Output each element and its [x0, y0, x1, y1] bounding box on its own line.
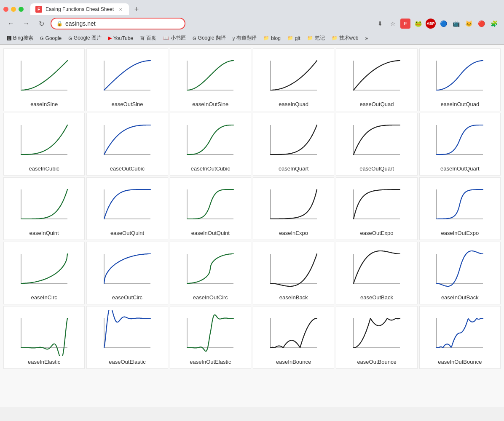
easing-card-easeInQuint[interactable]: easeInQuint [3, 177, 85, 240]
easing-card-easeOutCubic[interactable]: easeOutCubic [86, 113, 168, 176]
download-icon[interactable]: ⬇ [375, 19, 385, 29]
google-translate-favicon: G [193, 36, 196, 41]
bookmark-icon[interactable]: ☆ [388, 19, 398, 29]
toolbar-icons: ⬇ ☆ F 🐸 ABP 🔵 📺 🐱 🔴 🧩 [375, 19, 499, 29]
easing-label: easeOutElastic [109, 359, 145, 365]
easing-card-easeInOutExpo[interactable]: easeInOutExpo [419, 177, 501, 240]
easing-card-easeInBack[interactable]: easeInBack [253, 242, 334, 304]
google-favicon: G [40, 36, 44, 41]
bookmark-label: Google 图片 [74, 35, 102, 42]
bookmark-label: 笔记 [315, 35, 325, 42]
easing-card-easeInCubic[interactable]: easeInCubic [3, 113, 85, 176]
bookmark-tech-web[interactable]: 📁 技术web [330, 34, 360, 43]
easing-card-easeInOutBounce[interactable]: easeInOutBounce [419, 306, 501, 369]
easing-label: easeInOutQuart [440, 165, 480, 172]
extension-icon-4[interactable]: 📺 [451, 19, 461, 29]
bookmark-label: blog [271, 35, 281, 41]
easing-card-easeOutExpo[interactable]: easeOutExpo [336, 177, 417, 240]
easing-card-easeOutSine[interactable]: easeOutSine [86, 48, 168, 111]
easing-label: easeInBack [279, 294, 308, 301]
easing-card-easeInQuart[interactable]: easeInQuart [253, 113, 334, 176]
easing-card-easeOutBounce[interactable]: easeOutBounce [336, 306, 417, 369]
extension-icon-5[interactable]: 🐱 [464, 19, 474, 29]
bookmark-youdao[interactable]: y 有道翻译 [231, 34, 259, 43]
bookmark-blog[interactable]: 📁 blog [262, 35, 282, 42]
extension-icon-1[interactable]: F [400, 19, 410, 29]
easing-card-easeInOutSine[interactable]: easeInOutSine [170, 48, 251, 111]
minimize-button[interactable] [11, 7, 16, 12]
close-button[interactable] [3, 7, 8, 12]
bookmark-bing[interactable]: 🅱 Bing搜索 [5, 34, 35, 43]
easing-label: easeInOutSine [192, 101, 228, 107]
reload-button[interactable]: ↻ [35, 18, 47, 29]
easing-card-easeInOutBack[interactable]: easeInOutBack [419, 242, 501, 304]
easing-card-easeInOutQuad[interactable]: easeInOutQuad [419, 48, 501, 111]
extension-icon-7[interactable]: 🧩 [489, 19, 499, 29]
easing-card-easeOutBack[interactable]: easeOutBack [336, 242, 417, 304]
easing-label: easeInSine [30, 101, 58, 107]
google-images-favicon: G [68, 36, 72, 41]
lock-icon: 🔒 [56, 21, 63, 27]
easing-card-easeInSine[interactable]: easeInSine [3, 48, 85, 111]
bookmark-git[interactable]: 📁 git [286, 35, 302, 42]
easing-card-easeOutQuad[interactable]: easeOutQuad [336, 48, 417, 111]
address-bar-row: ← → ↻ 🔒 easings.net ⬇ ☆ F 🐸 ABP 🔵 📺 🐱 🔴 … [0, 15, 504, 32]
browser-chrome: F Easing Functions Cheat Sheet ✕ + ← → ↻… [0, 0, 504, 45]
bookmark-google-translate[interactable]: G Google 翻译 [191, 34, 228, 43]
tab-favicon: F [35, 6, 42, 13]
easing-card-easeInExpo[interactable]: easeInExpo [253, 177, 334, 240]
forward-button[interactable]: → [20, 18, 32, 29]
bookmark-youtube[interactable]: ▶ YouTube [107, 35, 135, 42]
easing-card-easeInOutCubic[interactable]: easeInOutCubic [170, 113, 251, 176]
youtube-favicon: ▶ [108, 35, 112, 41]
bookmark-notes[interactable]: 📁 笔记 [306, 34, 327, 43]
fullscreen-button[interactable] [19, 7, 24, 12]
bookmark-baidu[interactable]: 百 百度 [138, 34, 158, 43]
more-bookmarks[interactable]: » [364, 35, 370, 42]
easing-card-easeInOutQuint[interactable]: easeInOutQuint [170, 177, 251, 240]
notes-favicon: 📁 [307, 35, 313, 41]
easing-card-easeOutCirc[interactable]: easeOutCirc [86, 242, 168, 304]
bookmark-label: Google 翻译 [198, 35, 226, 42]
easing-card-easeInCirc[interactable]: easeInCirc [3, 242, 85, 304]
easing-label: easeInElastic [28, 359, 60, 365]
easing-label: easeOutQuad [360, 101, 394, 107]
easing-card-easeInElastic[interactable]: easeInElastic [3, 306, 85, 369]
bookmark-google-images[interactable]: G Google 图片 [67, 34, 103, 43]
easing-card-easeOutQuart[interactable]: easeOutQuart [336, 113, 417, 176]
address-bar[interactable]: 🔒 easings.net [51, 18, 185, 29]
easing-label: easeOutCirc [112, 294, 142, 301]
bookmark-label: 有道翻译 [236, 35, 257, 42]
easing-label: easeInOutQuad [440, 101, 479, 107]
easing-card-easeOutElastic[interactable]: easeOutElastic [86, 306, 168, 369]
extension-icon-adblock[interactable]: ABP [426, 19, 436, 29]
tab-close-button[interactable]: ✕ [117, 6, 124, 13]
address-text: easings.net [65, 20, 96, 27]
easing-card-easeInQuad[interactable]: easeInQuad [253, 48, 334, 111]
back-button[interactable]: ← [5, 18, 17, 29]
easing-card-easeInOutQuart[interactable]: easeInOutQuart [419, 113, 501, 176]
easing-label: easeOutExpo [360, 230, 394, 236]
bookmark-label: YouTube [113, 35, 133, 41]
easing-card-easeInOutElastic[interactable]: easeInOutElastic [170, 306, 251, 369]
easing-label: easeInExpo [279, 230, 308, 236]
extension-icon-6[interactable]: 🔴 [476, 19, 486, 29]
easing-label: easeInQuint [29, 230, 59, 236]
bookmark-xiaoshujian[interactable]: 📖 小书匠 [161, 34, 188, 43]
easing-grid: easeInSine easeOutSine easeInOutSine eas… [3, 48, 501, 369]
easing-label: easeInOutQuint [191, 230, 230, 236]
extension-icon-3[interactable]: 🔵 [438, 19, 448, 29]
bing-favicon: 🅱 [7, 36, 11, 41]
new-tab-button[interactable]: + [131, 3, 142, 15]
bookmark-google[interactable]: G Google [38, 35, 63, 42]
easing-label: easeInCubic [29, 165, 59, 172]
extension-icon-2[interactable]: 🐸 [413, 19, 423, 29]
bookmark-label: 技术web [339, 35, 359, 42]
tab-title: Easing Functions Cheat Sheet [46, 6, 114, 12]
easing-label: easeInOutBack [441, 294, 479, 301]
active-tab[interactable]: F Easing Functions Cheat Sheet ✕ [30, 3, 129, 15]
easing-card-easeInBounce[interactable]: easeInBounce [253, 306, 334, 369]
easing-card-easeOutQuint[interactable]: easeOutQuint [86, 177, 168, 240]
easing-label: easeInOutCirc [193, 294, 228, 301]
easing-card-easeInOutCirc[interactable]: easeInOutCirc [170, 242, 251, 304]
